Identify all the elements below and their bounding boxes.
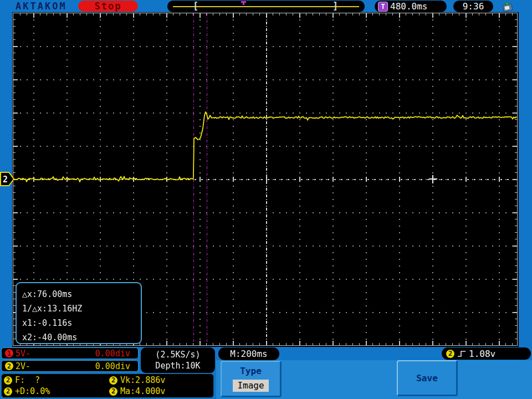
channel2-badge: 2 — [5, 362, 13, 370]
trigger-t-icon: T — [378, 2, 388, 12]
channel1-scale: 5V- — [16, 349, 30, 359]
type-selected-value[interactable]: Image — [233, 380, 268, 392]
timebase-pill: M:200ms — [218, 347, 279, 360]
save-button[interactable]: Save — [397, 360, 458, 396]
sample-rate: (2.5KS/s) — [155, 350, 200, 360]
measurements-box: 2 F: ? 2 Vk:2.886v 2 +D:0.0% 2 Ma:4.000v — [1, 374, 214, 398]
window-right-bracket: ] — [332, 1, 338, 12]
cursor-x2: x2:-40.00ms — [22, 330, 141, 345]
measurement-duty: 2 +D:0.0% — [4, 386, 109, 396]
trigger-time-pill: T 480.0ms — [375, 1, 447, 12]
trigger-level-pill: 2 1.08v — [442, 347, 531, 360]
trigger-position-marker — [241, 1, 246, 3]
save-button-label: Save — [416, 373, 438, 383]
measurement-channel-badge: 2 — [4, 376, 12, 385]
channel2-status-row: 2 2V- 0.00div — [1, 360, 139, 372]
rising-edge-icon — [457, 350, 466, 358]
cursor-inv-dx: 1/△x:13.16HZ — [22, 301, 141, 316]
sweep-line — [173, 6, 359, 7]
cursor-readout-box: △x:76.00ms 1/△x:13.16HZ x1:-0.116s x2:-4… — [16, 282, 142, 344]
measurement-frequency: 2 F: ? — [4, 375, 109, 385]
type-button-label: Type — [240, 366, 262, 376]
usb-drive-icon — [500, 1, 515, 12]
channel2-marker-label: 2 — [3, 175, 8, 185]
measurement-channel-badge: 2 — [4, 387, 12, 396]
cursor-x1: x1:-0.116s — [22, 316, 141, 330]
channel2-position-marker: 2 — [0, 171, 14, 187]
brand-logo: AKTAKOM — [16, 1, 67, 12]
window-left-bracket: [ — [193, 1, 198, 12]
acquisition-status-label: Stop — [95, 1, 122, 12]
sweep-position-bar: [ ] — [167, 1, 365, 12]
measurement-channel-badge: 2 — [109, 376, 117, 385]
cursor-dx: △x:76.00ms — [22, 287, 141, 301]
trigger-level-value: 1.08v — [469, 349, 495, 359]
type-button[interactable]: Type Image — [221, 361, 282, 397]
channel2-offset: 0.00div — [95, 361, 130, 371]
acquisition-info-box: (2.5KS/s) Depth:10K — [141, 347, 215, 373]
measurement-channel-badge: 2 — [109, 387, 117, 396]
trigger-source-badge: 2 — [446, 350, 454, 358]
channel1-status-row: 1 5V- 0.00div — [1, 347, 139, 359]
record-depth: Depth:10K — [155, 361, 200, 371]
clock: 9:36 — [453, 1, 493, 12]
measurement-max: 2 Ma:4.000v — [109, 386, 211, 396]
measurement-vk: 2 Vk:2.886v — [109, 375, 211, 385]
channel1-badge: 1 — [5, 349, 13, 357]
trigger-time-value: 480.0ms — [390, 1, 427, 12]
channel1-offset: 0.00div — [95, 349, 130, 359]
oscilloscope-screen: AKTAKOM Stop [ ] T 480.0ms 9:36 2 △x:76.… — [0, 0, 532, 399]
acquisition-status-badge: Stop — [78, 1, 138, 12]
channel2-scale: 2V- — [16, 361, 30, 371]
